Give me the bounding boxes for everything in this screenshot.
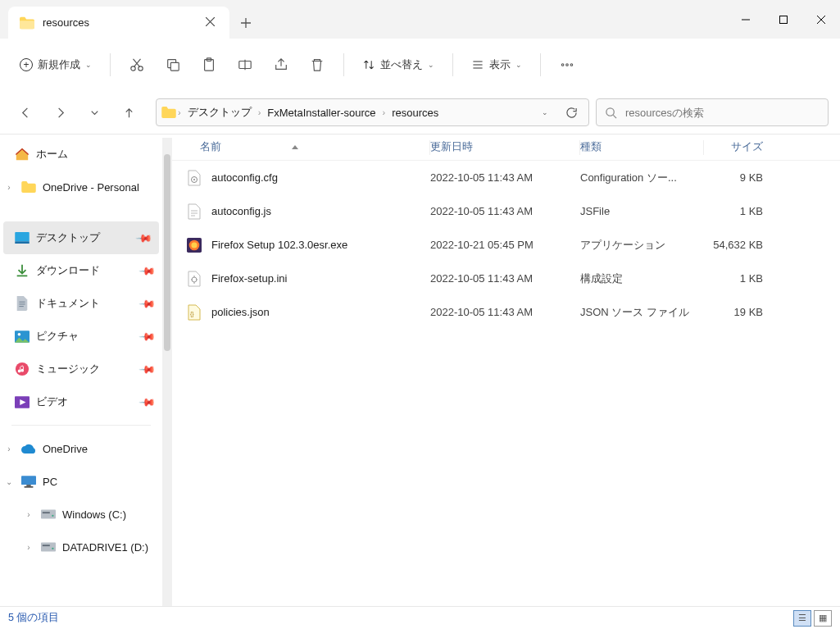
minimize-button[interactable] — [727, 0, 765, 39]
sidebar-item-label: ドキュメント — [36, 296, 100, 311]
svg-rect-25 — [43, 545, 50, 546]
sidebar-item[interactable]: ›OneDrive - Personal — [0, 171, 162, 203]
scrollbar-thumb[interactable] — [164, 154, 170, 351]
view-button[interactable]: 表示 ⌄ — [463, 52, 530, 77]
breadcrumb-item[interactable]: resources — [387, 105, 443, 121]
column-header-date[interactable]: 更新日時 — [430, 140, 579, 154]
svg-point-28 — [193, 179, 195, 180]
svg-point-11 — [606, 107, 614, 115]
rename-button[interactable] — [229, 48, 261, 81]
window-controls — [727, 0, 840, 39]
file-date: 2022-10-21 05:45 PM — [430, 239, 579, 251]
address-bar[interactable]: › デスクトップ › FxMetaInstaller-source › reso… — [156, 98, 589, 126]
home-icon — [15, 147, 30, 162]
file-type: JSON ソース ファイル — [580, 305, 703, 320]
address-dropdown[interactable]: ⌄ — [533, 100, 557, 125]
sidebar-item[interactable]: ビデオ📌 — [0, 385, 162, 418]
svg-point-23 — [52, 515, 53, 517]
paste-button[interactable] — [193, 48, 225, 81]
svg-rect-13 — [15, 241, 30, 244]
sidebar-item[interactable]: ダウンロード📌 — [0, 254, 162, 287]
file-type: JSFile — [580, 205, 703, 217]
svg-point-2 — [138, 66, 143, 71]
sidebar-item[interactable]: ⌄PC — [0, 465, 162, 498]
search-input[interactable] — [625, 107, 820, 119]
sidebar-item[interactable]: ›DATADRIVE1 (D:) — [0, 531, 162, 563]
sidebar-item[interactable]: ›Windows (C:) — [0, 498, 162, 531]
svg-point-31 — [191, 242, 197, 248]
new-button[interactable]: + 新規作成 ⌄ — [11, 52, 100, 77]
expand-icon[interactable]: › — [3, 444, 15, 454]
sidebar-item[interactable]: デスクトップ📌 — [3, 221, 159, 254]
search-bar[interactable] — [596, 98, 829, 126]
details-view-button[interactable]: ☰ — [793, 610, 811, 627]
tiles-view-button[interactable]: ▦ — [814, 610, 832, 627]
sidebar-item-label: ホーム — [36, 147, 68, 162]
file-icon: {} — [187, 304, 202, 321]
expand-icon[interactable]: › — [3, 183, 15, 192]
expand-icon[interactable]: ⌄ — [3, 477, 15, 486]
svg-point-9 — [566, 64, 569, 66]
svg-rect-0 — [780, 16, 788, 23]
sidebar-item[interactable]: ドキュメント📌 — [0, 287, 162, 320]
download-icon — [15, 263, 30, 278]
svg-point-26 — [52, 548, 53, 549]
more-button[interactable] — [551, 48, 583, 81]
column-header-name[interactable]: 名前 — [172, 140, 429, 154]
close-tab-button[interactable] — [202, 13, 218, 32]
chevron-right-icon: › — [383, 107, 386, 117]
recent-button[interactable] — [80, 98, 108, 126]
back-button[interactable] — [11, 98, 39, 126]
breadcrumb-item[interactable]: デスクトップ — [183, 103, 257, 121]
file-icon — [187, 203, 202, 220]
expand-icon[interactable]: › — [23, 543, 34, 552]
up-button[interactable] — [115, 98, 143, 126]
column-header-type[interactable]: 種類 — [580, 140, 703, 154]
sidebar-item[interactable]: ホーム — [0, 138, 162, 171]
sidebar-item-label: PC — [43, 476, 57, 488]
close-window-button[interactable] — [802, 0, 840, 39]
column-header-size[interactable]: サイズ — [704, 140, 771, 154]
file-name: Firefox-setup.ini — [211, 272, 287, 285]
file-row[interactable]: {}policies.json2022-10-05 11:43 AMJSON ソ… — [172, 295, 840, 329]
cut-button[interactable] — [120, 48, 153, 81]
sort-button[interactable]: 並べ替え ⌄ — [354, 52, 443, 77]
breadcrumb-item[interactable]: FxMetaInstaller-source — [262, 105, 380, 121]
new-tab-button[interactable] — [229, 7, 262, 39]
onedrive-icon — [21, 441, 36, 456]
file-date: 2022-10-05 11:43 AM — [430, 171, 579, 184]
file-type: Configuration ソー... — [580, 171, 703, 185]
folder-yellow-icon — [21, 180, 36, 194]
file-size: 1 KB — [704, 205, 771, 217]
sidebar-item-label: OneDrive - Personal — [43, 181, 139, 194]
maximize-button[interactable] — [765, 0, 802, 39]
expand-icon[interactable]: › — [23, 510, 34, 519]
sort-label: 並べ替え — [380, 57, 423, 72]
forward-button[interactable] — [46, 98, 74, 126]
share-button[interactable] — [265, 48, 297, 81]
file-row[interactable]: Firefox-setup.ini2022-10-05 11:43 AM構成設定… — [172, 262, 840, 295]
navbar: › デスクトップ › FxMetaInstaller-source › reso… — [0, 91, 840, 134]
file-row[interactable]: autoconfig.js2022-10-05 11:43 AMJSFile1 … — [172, 194, 840, 228]
file-name: autoconfig.js — [211, 205, 271, 217]
pin-icon: 📌 — [138, 327, 157, 345]
sidebar-item[interactable]: ›OneDrive — [0, 432, 162, 465]
scrollbar[interactable] — [162, 138, 172, 606]
sidebar-item-label: Windows (C:) — [62, 508, 126, 521]
pc-icon — [21, 474, 36, 489]
svg-text:{}: {} — [190, 311, 194, 317]
chevron-right-icon: › — [258, 107, 261, 117]
active-tab[interactable]: resources — [8, 7, 229, 39]
refresh-button[interactable] — [559, 100, 583, 125]
sidebar-item-label: ビデオ — [36, 394, 68, 409]
tab-title: resources — [43, 16, 202, 29]
file-row[interactable]: Firefox Setup 102.3.0esr.exe2022-10-21 0… — [172, 228, 840, 262]
sidebar-item-label: ピクチャ — [36, 329, 79, 344]
file-icon — [187, 237, 202, 253]
copy-button[interactable] — [157, 48, 189, 81]
svg-rect-24 — [41, 543, 56, 552]
sidebar-item[interactable]: ミュージック📌 — [0, 353, 162, 385]
sidebar-item[interactable]: ピクチャ📌 — [0, 320, 162, 353]
file-row[interactable]: autoconfig.cfg2022-10-05 11:43 AMConfigu… — [172, 161, 840, 194]
delete-button[interactable] — [301, 48, 334, 81]
